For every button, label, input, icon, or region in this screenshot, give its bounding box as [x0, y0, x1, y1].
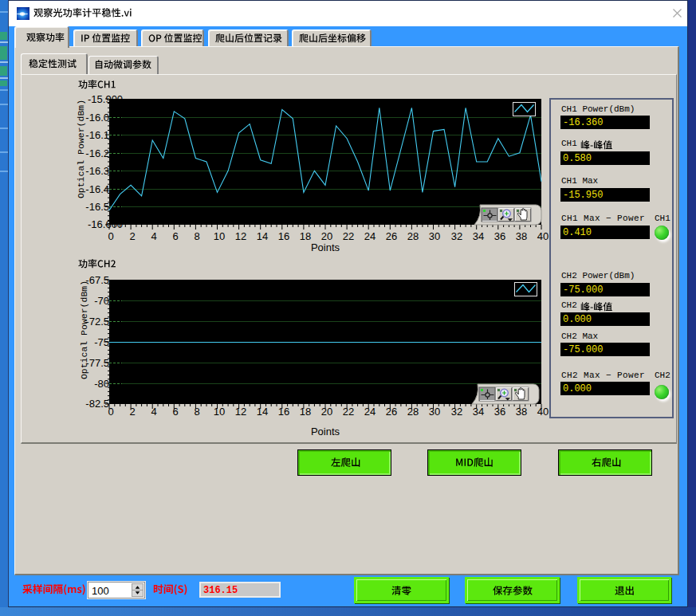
svg-text:38: 38: [516, 406, 527, 418]
svg-text:-16.1: -16.1: [85, 129, 109, 141]
svg-text:34: 34: [473, 406, 484, 418]
svg-text:36: 36: [494, 230, 505, 242]
svg-text:18: 18: [300, 230, 311, 242]
svg-text:38: 38: [516, 230, 527, 242]
svg-text:-16.2: -16.2: [85, 147, 109, 159]
svg-text:Optical Power(dBm): Optical Power(dBm): [79, 281, 89, 379]
svg-text:-75: -75: [94, 336, 109, 348]
svg-text:26: 26: [386, 406, 397, 418]
svg-text:4: 4: [151, 230, 156, 242]
svg-text:12: 12: [235, 406, 246, 418]
svg-text:36: 36: [494, 406, 505, 418]
svg-text:6: 6: [172, 230, 178, 242]
svg-text:6: 6: [172, 406, 178, 418]
svg-text:10: 10: [214, 230, 225, 242]
svg-text:18: 18: [300, 406, 311, 418]
svg-text:14: 14: [257, 230, 268, 242]
svg-text:10: 10: [214, 406, 225, 418]
svg-text:32: 32: [451, 406, 462, 418]
svg-text:Points: Points: [311, 426, 340, 437]
svg-text:4: 4: [151, 406, 156, 418]
svg-text:22: 22: [343, 230, 354, 242]
svg-text:0: 0: [108, 406, 113, 418]
svg-text:Points: Points: [311, 241, 340, 253]
svg-text:40: 40: [537, 230, 549, 242]
svg-text:16: 16: [278, 406, 289, 418]
svg-text:-16.4: -16.4: [85, 183, 109, 195]
svg-text:32: 32: [451, 230, 462, 242]
svg-text:24: 24: [364, 406, 376, 418]
svg-text:8: 8: [194, 230, 199, 242]
svg-text:30: 30: [429, 230, 440, 242]
svg-text:-16.0: -16.0: [85, 112, 109, 124]
svg-text:12: 12: [235, 230, 246, 242]
svg-text:-82.5: -82.5: [85, 398, 109, 410]
svg-text:-16.600: -16.600: [88, 218, 123, 230]
svg-text:0: 0: [108, 230, 113, 242]
svg-text:30: 30: [429, 406, 440, 418]
svg-text:20: 20: [321, 406, 332, 418]
svg-text:22: 22: [343, 406, 354, 418]
svg-text:-80: -80: [94, 378, 109, 390]
svg-text:Optical Power(dBm): Optical Power(dBm): [76, 100, 86, 198]
svg-text:8: 8: [194, 406, 199, 418]
svg-text:34: 34: [473, 230, 484, 242]
svg-text:20: 20: [321, 230, 332, 242]
svg-text:28: 28: [407, 406, 419, 418]
svg-text:-70: -70: [94, 295, 109, 307]
svg-text:16: 16: [278, 230, 289, 242]
svg-text:-15.900: -15.900: [88, 93, 123, 105]
svg-text:2: 2: [129, 406, 135, 418]
svg-text:-16.3: -16.3: [85, 165, 109, 177]
svg-text:26: 26: [386, 230, 397, 242]
svg-text:2: 2: [129, 230, 135, 242]
svg-text:14: 14: [257, 406, 268, 418]
svg-text:-16.5: -16.5: [85, 201, 109, 213]
svg-text:28: 28: [407, 230, 419, 242]
svg-text:40: 40: [537, 406, 549, 418]
svg-text:24: 24: [364, 230, 376, 242]
